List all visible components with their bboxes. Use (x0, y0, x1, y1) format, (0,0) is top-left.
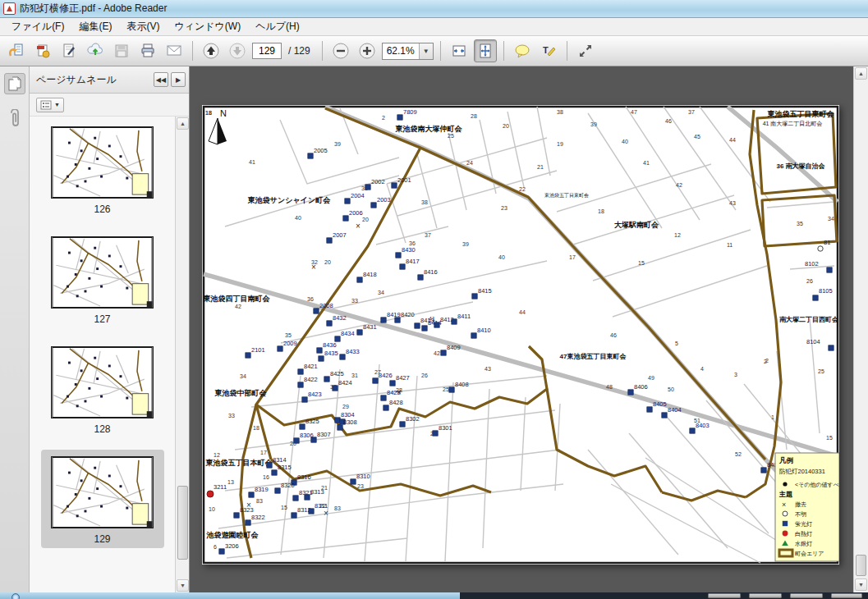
fluorescent-light-marker (298, 369, 303, 374)
menu-file[interactable]: ファイル(F) (5, 18, 71, 35)
block-number: 47 (631, 109, 637, 115)
marker-label: 8434 (341, 330, 355, 337)
fluorescent-light-marker (267, 463, 272, 468)
fluorescent-light-marker (219, 549, 224, 554)
text-annotation-button[interactable]: T (537, 39, 560, 62)
removed-light-marker: × (356, 222, 361, 231)
thumbnail-page-number: 128 (94, 423, 110, 435)
marker-label: 8301 (439, 424, 452, 432)
fluorescent-light-marker (373, 378, 378, 383)
marker-label: 8304 (341, 411, 355, 418)
block-number: 20 (503, 123, 509, 129)
menu-edit[interactable]: 編集(E) (72, 18, 118, 35)
title-bar: 防犯灯横修正.pdf - Adobe Reader (0, 0, 868, 18)
menu-window[interactable]: ウィンドウ(W) (168, 18, 247, 35)
document-scroll-thumb[interactable] (856, 555, 866, 576)
zoom-in-button[interactable] (356, 39, 379, 62)
menu-view[interactable]: 表示(V) (120, 18, 166, 35)
sign-button[interactable] (57, 39, 80, 62)
thumbnail-map (52, 127, 153, 198)
thumbnail-image[interactable] (51, 456, 154, 528)
block-number: 37 (425, 232, 431, 238)
block-number: 36 (307, 296, 314, 302)
scroll-up-icon[interactable]: ▲ (177, 117, 189, 130)
thumbnail-list-wrap: 126127128129 ▲ ▼ (30, 117, 189, 592)
page-thumbnail-127[interactable]: 127 (41, 230, 164, 328)
block-number: 42 (235, 304, 241, 309)
thumbnail-options-button[interactable]: ▼ (36, 98, 64, 112)
start-button[interactable] (11, 593, 20, 599)
taskbar-window-button[interactable] (708, 593, 741, 598)
cloud-upload-button[interactable] (84, 39, 107, 62)
zoom-level-control[interactable]: 62.1% ▼ (382, 43, 434, 60)
open-file-button[interactable] (5, 39, 28, 62)
pdf-page[interactable]: N 18413923840202528202422233837363940383… (202, 105, 839, 565)
page-number-input[interactable] (252, 43, 282, 59)
page-thumbnail-126[interactable]: 126 (41, 120, 164, 218)
marker-label: 8322 (251, 514, 265, 521)
thumbnail-image[interactable] (51, 346, 154, 418)
marker-label: 8408 (455, 381, 469, 388)
page-thumbnail-129[interactable]: 129 (41, 450, 164, 548)
taskbar-window-button[interactable] (790, 593, 823, 598)
fullscreen-button[interactable] (574, 39, 597, 62)
block-number: 6 (214, 544, 217, 550)
marker-label: 8314 (273, 456, 287, 464)
fluorescent-light-marker (422, 326, 427, 331)
collapse-panel-button[interactable]: ◀◀ (154, 72, 168, 87)
block-number: 20 (324, 259, 331, 265)
thumbnail-image[interactable] (51, 126, 154, 199)
document-scrollbar[interactable]: ▲ ▼ (853, 66, 868, 592)
page-thumbnail-128[interactable]: 128 (41, 340, 164, 438)
scroll-down-icon[interactable]: ▼ (855, 578, 867, 591)
map-corner-number: 18 (205, 110, 212, 116)
block-number: 11 (727, 242, 733, 248)
block-number: 25 (443, 386, 449, 392)
page-thumbnails-panel-button[interactable] (4, 73, 25, 94)
block-number: 43 (485, 366, 491, 372)
block-number: 19 (557, 141, 563, 147)
scroll-up-icon[interactable]: ▲ (855, 67, 867, 80)
menu-help[interactable]: ヘルプ(H) (249, 18, 306, 35)
marker-label: 8307 (317, 431, 331, 438)
create-pdf-button[interactable] (31, 39, 54, 62)
print-button[interactable] (136, 39, 159, 62)
marker-label: 8316 (297, 473, 311, 481)
attachments-panel-button[interactable] (4, 109, 25, 130)
marker-label: 3206 (225, 542, 239, 550)
legend-square-icon (783, 521, 788, 526)
scroll-down-icon[interactable]: ▼ (177, 579, 189, 592)
windows-taskbar[interactable] (0, 592, 868, 599)
taskbar-window-button[interactable] (831, 593, 862, 598)
fluorescent-light-marker (392, 183, 397, 188)
sidebar-scrollbar[interactable]: ▲ ▼ (175, 117, 189, 592)
save-button[interactable] (110, 39, 133, 62)
sign-pen-icon (61, 43, 77, 59)
fit-page-button[interactable] (474, 39, 497, 62)
thumbnail-image[interactable] (51, 236, 154, 309)
fluorescent-light-marker (275, 488, 280, 493)
next-page-button[interactable] (226, 39, 249, 62)
previous-page-button[interactable] (200, 39, 223, 62)
zoom-out-button[interactable] (329, 39, 352, 62)
email-button[interactable] (163, 39, 186, 62)
fit-width-button[interactable] (448, 39, 471, 62)
taskbar-window-button[interactable] (749, 593, 782, 598)
block-number: 26 (806, 278, 813, 284)
legend-item-label: 撤去 (795, 501, 806, 508)
paperclip-icon (7, 109, 23, 130)
save-icon (113, 43, 130, 59)
comment-button[interactable] (511, 39, 534, 62)
marker-label: 8310 (356, 473, 370, 480)
area-label: 東池袋四丁目南町会 (203, 295, 271, 303)
marker-label: 8420 (401, 311, 415, 318)
zoom-dropdown-button[interactable]: ▼ (419, 43, 433, 59)
sidebar-scroll-thumb[interactable] (177, 486, 188, 560)
fluorescent-light-marker (234, 513, 239, 518)
fluorescent-light-marker (324, 377, 329, 382)
expand-panel-button[interactable]: ▶ (171, 72, 186, 87)
toolbar-separator (567, 41, 567, 61)
block-number: 40 (498, 254, 505, 260)
marker-label: 3211 (214, 483, 227, 491)
fluorescent-light-marker (249, 492, 254, 497)
